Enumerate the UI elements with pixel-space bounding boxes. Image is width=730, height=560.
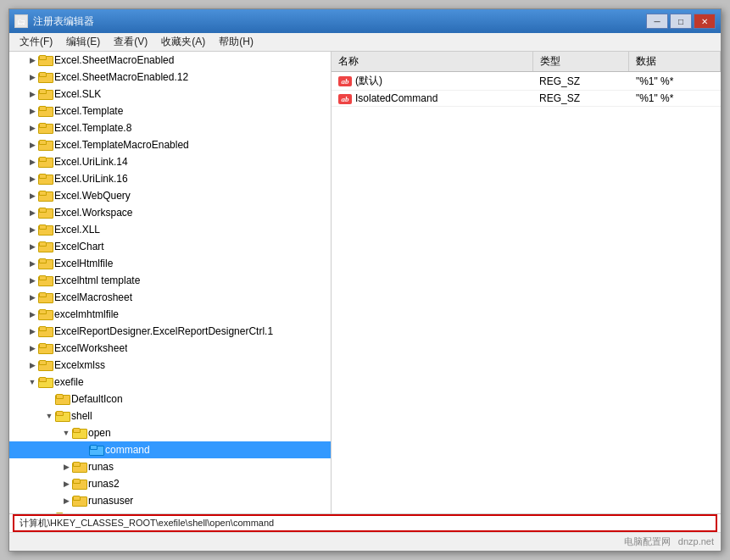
tree-label-item24: command [105, 444, 150, 456]
folder-icon-item19 [38, 359, 52, 371]
tree-item-item12[interactable]: ▶ExcelChart [9, 238, 331, 255]
expand-icon-item27[interactable]: ▶ [60, 495, 72, 507]
tree-item-item18[interactable]: ▶ExcelWorksheet [9, 340, 331, 357]
folder-icon-item23 [72, 427, 86, 439]
folder-icon-item17 [38, 325, 52, 337]
tree-item-item23[interactable]: ▼open [9, 424, 331, 441]
expand-icon-item21[interactable] [43, 393, 55, 405]
tree-item-item16[interactable]: ▶excelmhtmlfile [9, 306, 331, 323]
tree-item-item4[interactable]: ▶Excel.Template [9, 103, 331, 119]
tree-label-item26: runas2 [88, 478, 120, 490]
folder-icon-item5 [38, 122, 52, 134]
minimize-button[interactable]: ─ [646, 14, 668, 29]
expand-icon-item13[interactable]: ▶ [26, 258, 38, 269]
folder-icon-item14 [38, 274, 52, 286]
expand-icon-item10[interactable]: ▶ [26, 207, 38, 219]
tree-label-item17: ExcelReportDesigner.ExcelReportDesignerC… [54, 325, 273, 337]
title-bar: 🗂 注册表编辑器 ─ □ ✕ [9, 9, 721, 33]
menu-help[interactable]: 帮助(H) [212, 33, 260, 51]
cell-type-0: REG_SZ [532, 72, 629, 91]
window-title: 注册表编辑器 [33, 14, 94, 29]
tree-item-item17[interactable]: ▶ExcelReportDesigner.ExcelReportDesigner… [9, 323, 331, 340]
expand-icon-item18[interactable]: ▶ [26, 342, 38, 354]
expand-icon-item9[interactable]: ▶ [26, 190, 38, 202]
tree-item-item5[interactable]: ▶Excel.Template.8 [9, 119, 331, 136]
tree-label-item22: shell [71, 410, 92, 422]
expand-icon-item4[interactable]: ▶ [26, 105, 38, 117]
tree-item-item9[interactable]: ▶Excel.WebQuery [9, 187, 331, 204]
expand-icon-item14[interactable]: ▶ [26, 274, 38, 286]
tree-label-item15: ExcelMacrosheet [54, 291, 132, 303]
col-name: 名称 [332, 52, 532, 72]
expand-icon-item1[interactable]: ▶ [26, 54, 38, 66]
expand-icon-item7[interactable]: ▶ [26, 156, 38, 168]
expand-icon-item2[interactable]: ▶ [26, 71, 38, 83]
menu-file[interactable]: 文件(F) [13, 33, 59, 51]
table-row[interactable]: ab(默认)REG_SZ"%1" %* [332, 72, 721, 91]
expand-icon-item3[interactable]: ▶ [26, 88, 38, 100]
tree-item-item1[interactable]: ▶Excel.SheetMacroEnabled [9, 52, 331, 69]
expand-icon-item23[interactable]: ▼ [60, 427, 72, 439]
expand-icon-item26[interactable]: ▶ [60, 478, 72, 490]
tree-item-item22[interactable]: ▼shell [9, 408, 331, 424]
expand-icon-item6[interactable]: ▶ [26, 139, 38, 151]
tree-item-item8[interactable]: ▶Excel.UriLink.16 [9, 170, 331, 187]
tree-item-item26[interactable]: ▶runas2 [9, 475, 331, 492]
tree-label-item23: open [88, 427, 111, 439]
expand-icon-item12[interactable]: ▶ [26, 241, 38, 252]
tree-item-item19[interactable]: ▶Excelxmlss [9, 357, 331, 374]
left-tree-pane[interactable]: ▶Excel.SheetMacroEnabled▶Excel.SheetMacr… [9, 52, 332, 513]
tree-item-item13[interactable]: ▶ExcelHtmlfile [9, 255, 331, 272]
expand-icon-item28[interactable]: ▶ [43, 512, 55, 513]
tree-item-item15[interactable]: ▶ExcelMacrosheet [9, 289, 331, 306]
tree-item-item27[interactable]: ▶runasuser [9, 492, 331, 509]
tree-item-item21[interactable]: DefaultIcon [9, 391, 331, 408]
tree-item-item14[interactable]: ▶Excelhtml template [9, 272, 331, 289]
table-row[interactable]: abIsolatedCommandREG_SZ"%1" %* [332, 91, 721, 107]
registry-editor-window: 🗂 注册表编辑器 ─ □ ✕ 文件(F) 编辑(E) 查看(V) 收藏夹(A) … [8, 8, 722, 552]
folder-icon-item2 [38, 71, 52, 83]
tree-item-item28[interactable]: ▶shellex [9, 509, 331, 513]
expand-icon-item25[interactable]: ▶ [60, 461, 72, 473]
menu-bar: 文件(F) 编辑(E) 查看(V) 收藏夹(A) 帮助(H) [9, 33, 721, 52]
folder-icon-item22 [55, 410, 69, 422]
expand-icon-item22[interactable]: ▼ [43, 410, 55, 422]
expand-icon-item20[interactable]: ▼ [26, 376, 38, 388]
tree-item-item20[interactable]: ▼exefile [9, 374, 331, 391]
menu-view[interactable]: 查看(V) [107, 33, 154, 51]
tree-item-item11[interactable]: ▶Excel.XLL [9, 221, 331, 238]
folder-icon-item6 [38, 139, 52, 151]
folder-icon-item16 [38, 308, 52, 320]
tree-item-item25[interactable]: ▶runas [9, 458, 331, 475]
tree-label-item5: Excel.Template.8 [54, 122, 131, 134]
close-button[interactable]: ✕ [694, 14, 716, 29]
tree-item-item7[interactable]: ▶Excel.UriLink.14 [9, 153, 331, 170]
status-bar: 计算机\HKEY_CLASSES_ROOT\exefile\shell\open… [9, 513, 721, 532]
folder-icon-item18 [38, 342, 52, 354]
expand-icon-item16[interactable]: ▶ [26, 308, 38, 320]
folder-icon-item21 [55, 393, 69, 405]
expand-icon-item11[interactable]: ▶ [26, 224, 38, 236]
cell-type-1: REG_SZ [532, 91, 629, 107]
tree-item-item24[interactable]: command [9, 441, 331, 458]
expand-icon-item5[interactable]: ▶ [26, 122, 38, 134]
maximize-button[interactable]: □ [670, 14, 692, 29]
tree-item-item3[interactable]: ▶Excel.SLK [9, 86, 331, 103]
expand-icon-item19[interactable]: ▶ [26, 359, 38, 371]
tree-item-item2[interactable]: ▶Excel.SheetMacroEnabled.12 [9, 69, 331, 86]
folder-icon-item8 [38, 173, 52, 185]
expand-icon-item15[interactable]: ▶ [26, 291, 38, 303]
tree-label-item4: Excel.Template [54, 105, 123, 117]
folder-icon-item28 [55, 512, 69, 513]
expand-icon-item8[interactable]: ▶ [26, 173, 38, 185]
tree-label-item13: ExcelHtmlfile [54, 258, 113, 269]
menu-edit[interactable]: 编辑(E) [59, 33, 107, 51]
expand-icon-item17[interactable]: ▶ [26, 325, 38, 337]
folder-icon-item9 [38, 190, 52, 202]
tree-item-item6[interactable]: ▶Excel.TemplateMacroEnabled [9, 136, 331, 153]
menu-favorites[interactable]: 收藏夹(A) [154, 33, 212, 51]
tree-item-item10[interactable]: ▶Excel.Workspace [9, 204, 331, 221]
status-path: 计算机\HKEY_CLASSES_ROOT\exefile\shell\open… [13, 514, 717, 532]
expand-icon-item24[interactable] [77, 444, 89, 456]
folder-icon-item12 [38, 241, 52, 252]
